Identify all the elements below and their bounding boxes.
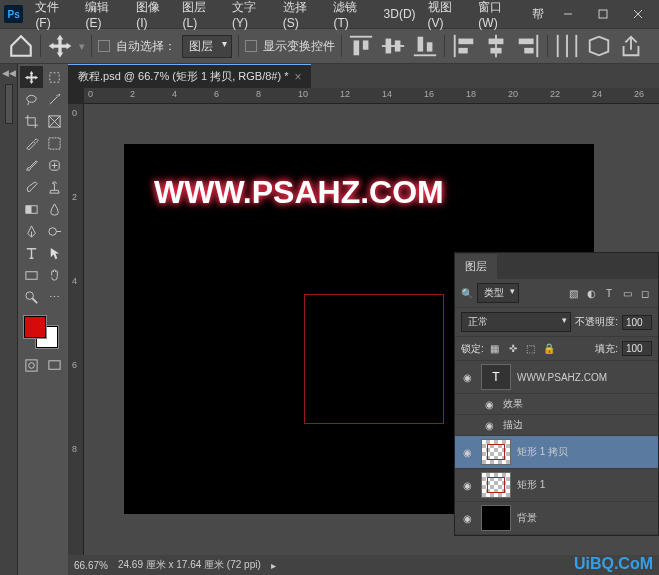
layer-name[interactable]: 矩形 1 <box>517 478 545 492</box>
align-vcenter-icon[interactable] <box>380 33 406 59</box>
status-zoom[interactable]: 66.67% <box>74 560 108 571</box>
tab-close-icon[interactable]: × <box>294 70 301 84</box>
lock-all-icon[interactable]: 🔒 <box>542 342 556 356</box>
svg-rect-18 <box>490 48 501 54</box>
layer-item[interactable]: ◉ 背景 <box>455 502 658 535</box>
lock-pixels-icon[interactable]: ▦ <box>488 342 502 356</box>
path-select-tool[interactable] <box>43 242 66 264</box>
status-doc-info[interactable]: 24.69 厘米 x 17.64 厘米 (72 ppi) <box>118 558 261 572</box>
edit-toolbar-icon[interactable]: ⋯ <box>43 286 66 308</box>
svg-line-36 <box>32 298 37 303</box>
layer-fx[interactable]: ◉ 效果 <box>455 394 658 415</box>
align-top-icon[interactable] <box>348 33 374 59</box>
document-tab[interactable]: 教程.psd @ 66.7% (矩形 1 拷贝, RGB/8#) * × <box>68 64 311 88</box>
menu-view[interactable]: 视图(V) <box>422 0 473 34</box>
lock-position-icon[interactable]: ✜ <box>506 342 520 356</box>
close-button[interactable] <box>620 0 655 28</box>
menu-filter[interactable]: 滤镜(T) <box>327 0 377 34</box>
home-button[interactable] <box>8 33 34 59</box>
layer-item[interactable]: ◉ 矩形 1 拷贝 <box>455 436 658 469</box>
ruler-vertical[interactable]: 0 2 4 6 8 <box>68 104 84 555</box>
align-hcenter-icon[interactable] <box>483 33 509 59</box>
rectangle-tool[interactable] <box>20 264 43 286</box>
layer-item[interactable]: ◉ 矩形 1 <box>455 469 658 502</box>
eyedropper-tool[interactable] <box>20 132 43 154</box>
visibility-icon[interactable]: ◉ <box>481 420 497 431</box>
menu-select[interactable]: 选择(S) <box>277 0 328 34</box>
menu-edit[interactable]: 编辑(E) <box>79 0 130 34</box>
svg-rect-34 <box>26 271 37 279</box>
menu-window[interactable]: 窗口(W) <box>472 0 526 34</box>
auto-select-checkbox[interactable] <box>98 40 110 52</box>
layer-item[interactable]: ◉ T WWW.PSAHZ.COM <box>455 361 658 394</box>
pen-tool[interactable] <box>20 220 43 242</box>
visibility-icon[interactable]: ◉ <box>481 399 497 410</box>
brush-tool[interactable] <box>20 154 43 176</box>
collapse-chevron-icon[interactable]: ◀◀ <box>2 68 16 78</box>
hand-tool[interactable] <box>43 264 66 286</box>
magic-wand-tool[interactable] <box>43 88 66 110</box>
maximize-button[interactable] <box>585 0 620 28</box>
crop-tool[interactable] <box>20 110 43 132</box>
screen-mode-icon[interactable] <box>43 354 66 376</box>
align-right-icon[interactable] <box>515 33 541 59</box>
lasso-tool[interactable] <box>20 88 43 110</box>
filter-pixel-icon[interactable]: ▧ <box>566 286 580 300</box>
healing-tool[interactable] <box>43 154 66 176</box>
menu-layer[interactable]: 图层(L) <box>176 0 225 34</box>
ruler-horizontal[interactable]: 0 2 4 6 8 10 12 14 16 18 20 22 24 26 <box>84 88 659 104</box>
layer-name[interactable]: WWW.PSAHZ.COM <box>517 372 607 383</box>
filter-text-icon[interactable]: T <box>602 286 616 300</box>
auto-select-type[interactable]: 图层 <box>182 35 232 58</box>
visibility-icon[interactable]: ◉ <box>459 447 475 458</box>
3d-mode-icon[interactable] <box>586 33 612 59</box>
foreground-swatch[interactable] <box>24 316 46 338</box>
quick-mask-icon[interactable] <box>20 354 43 376</box>
align-left-icon[interactable] <box>451 33 477 59</box>
filter-shape-icon[interactable]: ▭ <box>620 286 634 300</box>
frame-tool[interactable] <box>43 110 66 132</box>
fill-input[interactable] <box>622 341 652 356</box>
clone-stamp-tool[interactable] <box>43 176 66 198</box>
svg-rect-21 <box>524 48 533 54</box>
menu-image[interactable]: 图像(I) <box>130 0 176 34</box>
visibility-icon[interactable]: ◉ <box>459 372 475 383</box>
layer-fx-item[interactable]: ◉ 描边 <box>455 415 658 436</box>
visibility-icon[interactable]: ◉ <box>459 480 475 491</box>
zoom-tool[interactable] <box>20 286 43 308</box>
menu-help[interactable]: 帮 <box>526 2 550 27</box>
minimize-button[interactable] <box>550 0 585 28</box>
menu-3d[interactable]: 3D(D) <box>378 3 422 25</box>
opacity-input[interactable] <box>622 315 652 330</box>
filter-adjust-icon[interactable]: ◐ <box>584 286 598 300</box>
history-brush-tool[interactable] <box>20 176 43 198</box>
search-icon[interactable]: 🔍 <box>461 288 473 299</box>
type-tool[interactable] <box>20 242 43 264</box>
menu-file[interactable]: 文件(F) <box>29 0 79 34</box>
blur-tool[interactable] <box>43 198 66 220</box>
move-tool-icon[interactable] <box>47 33 73 59</box>
share-icon[interactable] <box>618 33 644 59</box>
distribute-icon[interactable] <box>554 33 580 59</box>
layer-name[interactable]: 背景 <box>517 511 537 525</box>
layers-tab[interactable]: 图层 <box>455 254 497 279</box>
dodge-tool[interactable] <box>43 220 66 242</box>
show-transform-checkbox[interactable] <box>245 40 257 52</box>
lock-artboard-icon[interactable]: ⬚ <box>524 342 538 356</box>
blend-mode-select[interactable]: 正常 <box>461 312 571 332</box>
artboard-tool[interactable] <box>43 66 66 88</box>
menu-type[interactable]: 文字(Y) <box>226 0 277 34</box>
gradient-tool[interactable] <box>20 198 43 220</box>
opacity-label: 不透明度: <box>575 315 618 329</box>
filter-smart-icon[interactable]: ◻ <box>638 286 652 300</box>
move-tool[interactable] <box>20 66 43 88</box>
svg-rect-37 <box>26 359 37 370</box>
panel-dock-icon[interactable] <box>5 84 13 124</box>
layer-thumb-bg <box>481 505 511 531</box>
marquee-tool[interactable] <box>43 132 66 154</box>
visibility-icon[interactable]: ◉ <box>459 513 475 524</box>
filter-type-select[interactable]: 类型 <box>477 283 519 303</box>
tools-panel: ⋯ <box>18 64 68 575</box>
layer-name[interactable]: 矩形 1 拷贝 <box>517 445 568 459</box>
align-bottom-icon[interactable] <box>412 33 438 59</box>
